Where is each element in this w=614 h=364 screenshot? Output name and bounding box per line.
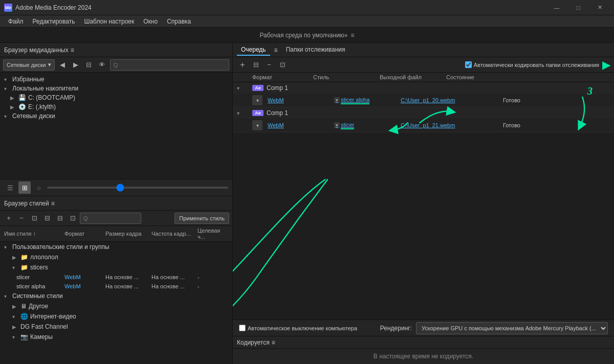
encoding-panel: Кодируется ≡ В настоящее время не кодиру…: [233, 336, 614, 364]
media-tree: ▾ Избранные ▾ Локальные накопители ▶ 💾 C…: [0, 73, 232, 179]
media-browser: Браузер медиаданных ≡ Сетевые диски ▾ ◀ …: [0, 43, 232, 196]
add-style-button[interactable]: +: [3, 213, 14, 224]
queue-group-2-header[interactable]: ▾ Ae Comp 1: [233, 107, 614, 119]
list-view-button[interactable]: ☰: [4, 181, 16, 194]
grid-view-button[interactable]: ⊞: [18, 181, 31, 194]
auto-shutdown-checkbox[interactable]: [239, 325, 246, 331]
queue-tab[interactable]: Очередь: [237, 44, 270, 56]
item-1-1-style[interactable]: ▾ sticer alpha: [334, 97, 401, 104]
menu-edit[interactable]: Редактировать: [29, 17, 79, 26]
sticer-style-row[interactable]: sticer WebM На основе ... На основе ... …: [0, 272, 232, 282]
title-bar: Me Adobe Media Encoder 2024 — □ ✕: [0, 0, 614, 15]
group-1-badge: Ae: [252, 85, 264, 91]
queue-items: ▾ Ae Comp 1 ▾ WebM ▾ s: [233, 82, 614, 320]
style-browser-menu-icon[interactable]: ≡: [51, 200, 55, 207]
cameras-group[interactable]: ▾ 📷 Камеры: [0, 332, 232, 342]
col-output: Выходной файл: [380, 74, 446, 80]
col-expand: [237, 74, 252, 80]
menu-bar: Файл Редактировать Шаблон настроек Окно …: [0, 15, 614, 28]
queue-menu-icon[interactable]: ≡: [274, 47, 278, 54]
lllololol-group[interactable]: ▶ 📁 ллололол: [0, 252, 232, 262]
group-1-name: Comp 1: [267, 84, 288, 92]
tree-item-local-drives[interactable]: ▾ Локальные накопители: [0, 84, 232, 93]
filter-button[interactable]: ⊟: [83, 59, 95, 71]
item-1-1-format[interactable]: WebM: [268, 97, 334, 103]
menu-help[interactable]: Справка: [163, 17, 195, 26]
style-btn4[interactable]: ⊟: [41, 213, 53, 224]
item-2-1-output[interactable]: C:\User_p1_21.webm: [401, 122, 503, 128]
item-1-1-expand-btn[interactable]: ▾: [252, 95, 262, 105]
col-name: Имя стиля ↑: [4, 228, 64, 240]
col-rate: Частота кадр...: [151, 228, 198, 240]
media-search-input[interactable]: [110, 59, 229, 71]
right-panel-wrapper: Очередь ≡ Папки отслеживания + ⊟ − ⊡ Ав: [233, 43, 614, 364]
encoding-menu-icon[interactable]: ≡: [272, 339, 275, 346]
menu-file[interactable]: Файл: [4, 17, 28, 26]
workspace-menu-icon[interactable]: ≡: [351, 32, 355, 39]
auto-encode-checkbox[interactable]: [465, 61, 472, 68]
eye-button[interactable]: 👁: [97, 59, 108, 71]
item-2-1-style-btn[interactable]: ▾: [334, 122, 340, 128]
queue-item-2-1[interactable]: ▾ WebM ▾ sticer C:\User_p1_21.webm Готов…: [233, 119, 614, 132]
encoding-title: Кодируется: [237, 339, 270, 346]
nav-back-button[interactable]: ◀: [57, 59, 68, 71]
system-styles-group[interactable]: ▾ Системные стили: [0, 291, 232, 301]
queue-btn3[interactable]: −: [264, 59, 275, 71]
tree-item-network[interactable]: ▾ Сетевые диски: [0, 111, 232, 121]
render-dropdown[interactable]: Ускорение GPU с помощью механизма Adobe …: [416, 322, 608, 334]
style-btn3[interactable]: ⊡: [29, 213, 40, 224]
col-style: Стиль: [313, 74, 380, 80]
group-2-info: Ae Comp 1: [252, 109, 610, 117]
col-status: Состояние: [446, 74, 549, 80]
zoom-slider[interactable]: [47, 187, 228, 189]
item-1-1-style-btn[interactable]: ▾: [334, 97, 340, 103]
queue-btn2[interactable]: ⊟: [250, 59, 261, 71]
col-target: Целевая ч...: [198, 228, 228, 240]
remove-style-button[interactable]: −: [16, 213, 27, 224]
media-browser-menu-icon[interactable]: ≡: [71, 47, 74, 54]
encoding-header: Кодируется ≡: [233, 336, 614, 349]
queue-group-2: ▾ Ae Comp 1 ▾ WebM ▾ s: [233, 107, 614, 132]
circle-view-button[interactable]: ○: [33, 181, 45, 194]
sticer-alpha-style-row[interactable]: sticer alpha WebM На основе ... На основ…: [0, 282, 232, 291]
network-drives-dropdown[interactable]: Сетевые диски ▾: [3, 59, 55, 71]
auto-encode-label: Автоматически кодировать папки отслежива…: [465, 61, 599, 68]
workspace-bar: Рабочая среда по умолчанию» ≡: [0, 28, 614, 43]
group-1-expand-icon: ▾: [237, 85, 252, 91]
style-btn5[interactable]: ⊟: [54, 213, 65, 224]
menu-window[interactable]: Окно: [139, 17, 162, 26]
add-queue-button[interactable]: +: [237, 59, 248, 71]
internet-video-group[interactable]: ▾ 🌐 Интернет-видео: [0, 311, 232, 322]
start-queue-button[interactable]: ▶: [602, 59, 610, 71]
minimize-button[interactable]: —: [546, 3, 567, 13]
style-search-input[interactable]: [80, 213, 141, 224]
queue-item-1-1[interactable]: ▾ WebM ▾ sticer alpha C:\User_p1_20.webm…: [233, 94, 614, 107]
dg-fast-channel-group[interactable]: ▶ DG Fast Channel: [0, 322, 232, 332]
tree-item-favorites[interactable]: ▾ Избранные: [0, 75, 232, 84]
col-format: Формат: [252, 74, 313, 80]
item-2-1-format[interactable]: WebM: [268, 122, 334, 128]
tree-item-e-drive[interactable]: ▶ 💿 E: (,ktylth): [0, 102, 232, 111]
queue-group-1-header[interactable]: ▾ Ae Comp 1: [233, 82, 614, 94]
menu-template[interactable]: Шаблон настроек: [80, 17, 138, 26]
queue-column-headers: Формат Стиль Выходной файл Состояние: [233, 73, 614, 82]
group-2-badge: Ae: [252, 110, 264, 116]
folders-tab[interactable]: Папки отслеживания: [282, 44, 349, 56]
nav-forward-button[interactable]: ▶: [70, 59, 81, 71]
sticers-group[interactable]: ▾ 📁 sticers: [0, 262, 232, 272]
item-1-1-output[interactable]: C:\User_p1_20.webm: [401, 97, 503, 103]
item-2-1-expand-btn[interactable]: ▾: [252, 120, 262, 130]
app-title: Adobe Media Encoder 2024: [15, 4, 92, 11]
queue-group-1: ▾ Ae Comp 1 ▾ WebM ▾ s: [233, 82, 614, 107]
tree-item-bootcamp[interactable]: ▶ 💾 C: (BOOTCAMP): [0, 93, 232, 102]
queue-btn4[interactable]: ⊡: [277, 59, 288, 71]
maximize-button[interactable]: □: [568, 3, 588, 13]
item-2-1-style[interactable]: ▾ sticer: [334, 122, 401, 129]
other-group[interactable]: ▶ 🖥 Другое: [0, 301, 232, 311]
style-columns-header: Имя стиля ↑ Формат Размер кадра Частота …: [0, 226, 232, 242]
apply-style-button[interactable]: Применить стиль: [174, 213, 229, 224]
queue-status-bar: Автоматическое выключение компьютера Рен…: [233, 320, 614, 336]
close-button[interactable]: ✕: [589, 3, 610, 13]
style-btn6[interactable]: ⊡: [67, 213, 78, 224]
user-styles-group[interactable]: ▾ Пользовательские стили и группы: [0, 242, 232, 252]
